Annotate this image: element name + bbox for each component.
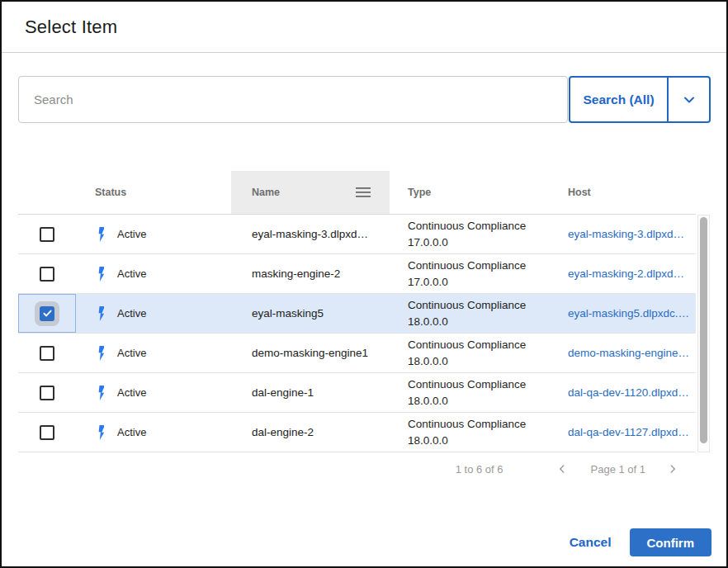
column-header-name[interactable]: Name xyxy=(231,171,390,214)
lightning-bolt-icon xyxy=(95,267,104,282)
confirm-button[interactable]: Confirm xyxy=(630,528,712,556)
table-row[interactable]: Active eyal-masking-3.dlpxd… Continuous … xyxy=(18,215,696,254)
search-input[interactable] xyxy=(18,76,568,123)
chevron-down-icon xyxy=(681,92,697,108)
cancel-button[interactable]: Cancel xyxy=(570,535,612,550)
lightning-bolt-icon xyxy=(95,306,104,321)
engine-version: 18.0.0.0 xyxy=(408,354,448,369)
items-table: Status Name Type Host xyxy=(18,171,710,452)
engine-version: 18.0.0.0 xyxy=(408,433,448,448)
search-row: Search (All) xyxy=(18,76,711,123)
lightning-bolt-icon xyxy=(95,386,104,400)
scrollbar-thumb[interactable] xyxy=(700,217,707,443)
dialog-header: Select Item xyxy=(2,2,726,53)
host-link[interactable]: demo-masking-engine… xyxy=(568,347,689,359)
pagination-page-label: Page 1 of 1 xyxy=(591,463,646,476)
engine-name: demo-masking-engine1 xyxy=(252,347,368,359)
search-scope-dropdown-button[interactable] xyxy=(669,78,709,121)
select-item-dialog: Select Item Search (All) Status Name xyxy=(0,0,728,568)
row-status-cell: Active xyxy=(76,413,231,452)
column-header-host[interactable]: Host xyxy=(546,171,696,214)
row-status-label: Active xyxy=(117,426,146,438)
engine-version: 17.0.0.0 xyxy=(408,275,448,290)
row-status-label: Active xyxy=(117,347,146,359)
engine-name: masking-engine-2 xyxy=(252,267,340,280)
table-rows: Active eyal-masking-3.dlpxd… Continuous … xyxy=(18,215,696,452)
engine-version: 17.0.0.0 xyxy=(408,235,448,250)
lightning-bolt-icon xyxy=(95,346,104,361)
chevron-left-icon xyxy=(556,463,568,475)
row-status-cell: Active xyxy=(76,373,231,412)
host-link[interactable]: dal-qa-dev-1120.dlpxd… xyxy=(568,386,689,399)
row-status-label: Active xyxy=(117,386,146,399)
row-checkbox[interactable] xyxy=(40,306,54,321)
row-status-label: Active xyxy=(117,228,146,240)
lightning-bolt-icon xyxy=(95,425,104,440)
row-host-cell: eyal-masking-2.dlpxd… xyxy=(546,254,696,293)
host-link[interactable]: dal-qa-dev-1127.dlpxd… xyxy=(568,426,689,438)
row-host-cell: demo-masking-engine… xyxy=(546,334,696,372)
row-type-cell: Continuous Compliance 18.0.0.0 xyxy=(390,413,546,452)
engine-type: Continuous Compliance xyxy=(408,338,526,353)
checkbox-halo xyxy=(35,420,59,445)
row-status-cell: Active xyxy=(76,254,231,293)
row-checkbox[interactable] xyxy=(40,227,54,242)
table-row[interactable]: Active masking-engine-2 Continuous Compl… xyxy=(18,254,696,294)
engine-type: Continuous Compliance xyxy=(408,377,526,392)
column-header-type[interactable]: Type xyxy=(390,171,546,214)
checkbox-halo xyxy=(35,262,59,286)
engine-name: dal-engine-2 xyxy=(252,426,314,438)
pagination-bar: 1 to 6 of 6 Page 1 of 1 xyxy=(2,459,726,479)
table-row[interactable]: Active eyal-masking5 Continuous Complian… xyxy=(18,294,696,334)
row-checkbox-cell xyxy=(18,254,76,293)
table-header: Status Name Type Host xyxy=(18,171,696,215)
pagination-prev-button[interactable] xyxy=(553,460,571,478)
column-menu-icon[interactable] xyxy=(356,187,371,198)
host-link[interactable]: eyal-masking-2.dlpxd… xyxy=(568,267,684,280)
engine-name: eyal-masking5 xyxy=(252,307,324,320)
row-status-label: Active xyxy=(117,307,146,320)
column-header-checkbox xyxy=(18,171,76,214)
checkmark-icon xyxy=(42,427,53,438)
row-host-cell: dal-qa-dev-1120.dlpxd… xyxy=(546,373,696,412)
host-link[interactable]: eyal-masking5.dlpxdc.… xyxy=(568,307,689,320)
engine-type: Continuous Compliance xyxy=(408,219,526,234)
row-checkbox-cell xyxy=(18,334,76,372)
row-status-cell: Active xyxy=(76,334,231,372)
engine-version: 18.0.0.0 xyxy=(408,315,448,329)
checkbox-halo xyxy=(35,301,59,326)
checkmark-icon xyxy=(42,308,53,319)
row-name-cell: dal-engine-2 xyxy=(231,413,390,452)
host-link[interactable]: eyal-masking-3.dlpxd… xyxy=(568,228,684,240)
search-all-button[interactable]: Search (All) xyxy=(570,78,667,121)
table-body: Active eyal-masking-3.dlpxd… Continuous … xyxy=(18,215,710,452)
table-row[interactable]: Active demo-masking-engine1 Continuous C… xyxy=(18,334,696,373)
column-header-name-label: Name xyxy=(252,187,280,198)
engine-type: Continuous Compliance xyxy=(408,417,526,432)
row-checkbox[interactable] xyxy=(40,267,54,282)
row-checkbox-cell xyxy=(18,373,76,412)
table-row[interactable]: Active dal-engine-1 Continuous Complianc… xyxy=(18,373,696,413)
row-name-cell: masking-engine-2 xyxy=(231,254,390,293)
row-status-cell: Active xyxy=(76,215,231,253)
checkmark-icon xyxy=(42,348,53,358)
column-header-status[interactable]: Status xyxy=(76,171,231,214)
row-checkbox[interactable] xyxy=(40,346,54,361)
engine-version: 18.0.0.0 xyxy=(408,394,448,409)
row-name-cell: dal-engine-1 xyxy=(231,373,390,412)
vertical-scrollbar[interactable] xyxy=(697,215,710,452)
checkbox-halo xyxy=(35,381,59,405)
row-checkbox-cell xyxy=(18,215,76,253)
pagination-next-button[interactable] xyxy=(664,460,682,478)
table-row[interactable]: Active dal-engine-2 Continuous Complianc… xyxy=(18,413,696,452)
row-name-cell: demo-masking-engine1 xyxy=(231,334,390,372)
search-button-group: Search (All) xyxy=(569,76,711,123)
row-name-cell: eyal-masking5 xyxy=(231,294,390,333)
checkmark-icon xyxy=(42,387,53,398)
row-checkbox[interactable] xyxy=(40,386,54,400)
checkbox-halo xyxy=(35,341,59,366)
engine-type: Continuous Compliance xyxy=(408,298,526,313)
row-host-cell: eyal-masking-3.dlpxd… xyxy=(546,215,696,253)
row-status-cell: Active xyxy=(76,294,231,333)
row-checkbox[interactable] xyxy=(40,425,54,440)
